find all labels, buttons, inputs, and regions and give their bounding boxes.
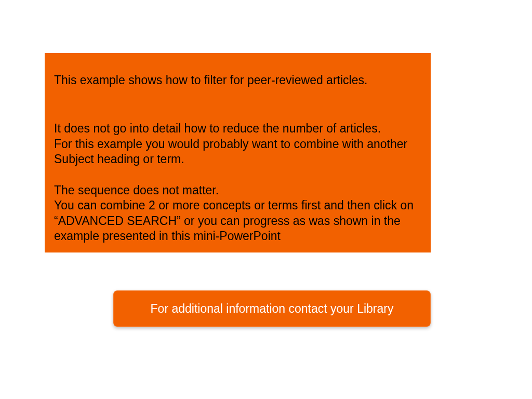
instruction-panel: This example shows how to filter for pee… (45, 53, 431, 252)
paragraph-2: It does not go into detail how to reduce… (54, 121, 421, 167)
paragraph-3: The sequence does not matter. You can co… (54, 183, 421, 244)
paragraph-2-line-1: It does not go into detail how to reduce… (54, 121, 421, 136)
contact-library-callout: For additional information contact your … (113, 290, 431, 327)
paragraph-1: This example shows how to filter for pee… (54, 73, 421, 88)
paragraph-2-line-2: For this example you would probably want… (54, 137, 421, 167)
paragraph-3-line-2: You can combine 2 or more concepts or te… (54, 198, 421, 244)
paragraph-3-line-1: The sequence does not matter. (54, 183, 421, 198)
contact-library-label: For additional information contact your … (151, 302, 394, 316)
